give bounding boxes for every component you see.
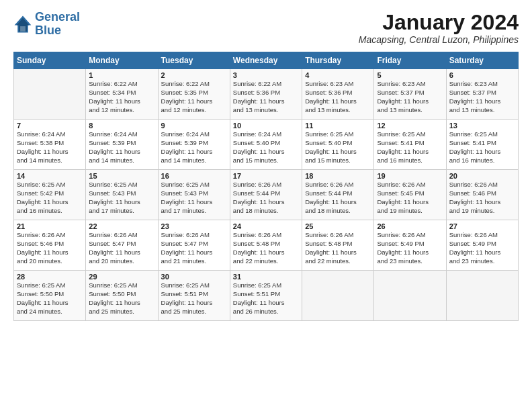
logo-line1: General [35,10,80,24]
day-number: 23 [161,222,227,230]
day-number: 14 [17,172,83,180]
calendar-week-row: 21Sunrise: 6:26 AM Sunset: 5:46 PM Dayli… [14,220,519,271]
calendar-cell: 11Sunrise: 6:25 AM Sunset: 5:40 PM Dayli… [302,120,374,170]
calendar-cell [446,271,518,321]
calendar-week-row: 14Sunrise: 6:25 AM Sunset: 5:42 PM Dayli… [14,170,519,220]
day-number: 19 [377,172,443,180]
day-info: Sunrise: 6:26 AM Sunset: 5:44 PM Dayligh… [305,181,371,215]
day-number: 21 [17,222,83,230]
calendar-cell: 13Sunrise: 6:25 AM Sunset: 5:41 PM Dayli… [446,120,518,170]
calendar-cell: 30Sunrise: 6:25 AM Sunset: 5:51 PM Dayli… [158,271,230,321]
calendar-header-friday: Friday [374,52,446,69]
calendar-week-row: 28Sunrise: 6:25 AM Sunset: 5:50 PM Dayli… [14,271,519,321]
day-number: 24 [233,222,299,230]
day-info: Sunrise: 6:25 AM Sunset: 5:42 PM Dayligh… [17,181,83,215]
calendar-cell: 28Sunrise: 6:25 AM Sunset: 5:50 PM Dayli… [14,271,86,321]
day-info: Sunrise: 6:23 AM Sunset: 5:36 PM Dayligh… [305,80,371,114]
day-info: Sunrise: 6:25 AM Sunset: 5:50 PM Dayligh… [89,281,154,316]
calendar-cell: 5Sunrise: 6:23 AM Sunset: 5:37 PM Daylig… [374,69,446,120]
day-number: 4 [305,71,371,79]
day-info: Sunrise: 6:23 AM Sunset: 5:37 PM Dayligh… [449,80,515,114]
calendar-week-row: 7Sunrise: 6:24 AM Sunset: 5:38 PM Daylig… [14,120,519,170]
day-number: 1 [89,71,154,79]
day-info: Sunrise: 6:25 AM Sunset: 5:41 PM Dayligh… [449,130,515,165]
day-number: 22 [89,222,154,230]
day-info: Sunrise: 6:25 AM Sunset: 5:43 PM Dayligh… [89,181,154,215]
day-number: 3 [233,71,299,79]
day-number: 10 [233,122,299,130]
logo-text: General Blue [35,11,80,38]
day-info: Sunrise: 6:26 AM Sunset: 5:49 PM Dayligh… [377,231,443,265]
day-number: 31 [233,273,299,281]
calendar-cell: 25Sunrise: 6:26 AM Sunset: 5:48 PM Dayli… [302,220,374,271]
calendar-cell: 15Sunrise: 6:25 AM Sunset: 5:43 PM Dayli… [86,170,158,220]
page: General Blue January 2024 Macapsing, Cen… [0,0,532,411]
day-number: 28 [17,273,83,281]
day-number: 26 [377,222,443,230]
day-info: Sunrise: 6:25 AM Sunset: 5:51 PM Dayligh… [233,281,299,316]
calendar-table: SundayMondayTuesdayWednesdayThursdayFrid… [13,52,519,321]
calendar-cell: 20Sunrise: 6:26 AM Sunset: 5:46 PM Dayli… [446,170,518,220]
calendar-header-tuesday: Tuesday [158,52,230,69]
day-number: 25 [305,222,371,230]
calendar-header-saturday: Saturday [446,52,518,69]
calendar-cell: 23Sunrise: 6:26 AM Sunset: 5:47 PM Dayli… [158,220,230,271]
calendar-cell: 4Sunrise: 6:23 AM Sunset: 5:36 PM Daylig… [302,69,374,120]
day-info: Sunrise: 6:26 AM Sunset: 5:46 PM Dayligh… [449,181,515,215]
day-number: 9 [161,122,227,130]
day-info: Sunrise: 6:26 AM Sunset: 5:47 PM Dayligh… [89,231,154,265]
calendar-cell: 29Sunrise: 6:25 AM Sunset: 5:50 PM Dayli… [86,271,158,321]
day-number: 17 [233,172,299,180]
day-number: 20 [449,172,515,180]
day-number: 8 [89,122,154,130]
calendar-cell: 9Sunrise: 6:24 AM Sunset: 5:39 PM Daylig… [158,120,230,170]
day-info: Sunrise: 6:24 AM Sunset: 5:39 PM Dayligh… [161,130,227,165]
day-number: 15 [89,172,154,180]
day-info: Sunrise: 6:22 AM Sunset: 5:35 PM Dayligh… [161,80,227,114]
day-info: Sunrise: 6:26 AM Sunset: 5:48 PM Dayligh… [233,231,299,265]
calendar-cell: 3Sunrise: 6:22 AM Sunset: 5:36 PM Daylig… [230,69,302,120]
day-info: Sunrise: 6:24 AM Sunset: 5:40 PM Dayligh… [233,130,299,165]
calendar-cell [374,271,446,321]
calendar-cell: 31Sunrise: 6:25 AM Sunset: 5:51 PM Dayli… [230,271,302,321]
calendar-header-monday: Monday [86,52,158,69]
header: General Blue January 2024 Macapsing, Cen… [13,11,519,45]
logo-line2: Blue [35,24,61,37]
calendar-week-row: 1Sunrise: 6:22 AM Sunset: 5:34 PM Daylig… [14,69,519,120]
calendar-cell: 27Sunrise: 6:26 AM Sunset: 5:49 PM Dayli… [446,220,518,271]
calendar-header-thursday: Thursday [302,52,374,69]
calendar-cell: 22Sunrise: 6:26 AM Sunset: 5:47 PM Dayli… [86,220,158,271]
day-info: Sunrise: 6:24 AM Sunset: 5:39 PM Dayligh… [89,130,154,165]
calendar-cell: 12Sunrise: 6:25 AM Sunset: 5:41 PM Dayli… [374,120,446,170]
day-info: Sunrise: 6:26 AM Sunset: 5:44 PM Dayligh… [233,181,299,215]
logo: General Blue [13,11,80,38]
day-number: 5 [377,71,443,79]
calendar-header-wednesday: Wednesday [230,52,302,69]
day-number: 30 [161,273,227,281]
calendar-cell: 2Sunrise: 6:22 AM Sunset: 5:35 PM Daylig… [158,69,230,120]
calendar-cell: 17Sunrise: 6:26 AM Sunset: 5:44 PM Dayli… [230,170,302,220]
main-title: January 2024 [359,11,519,34]
day-number: 27 [449,222,515,230]
calendar-cell: 24Sunrise: 6:26 AM Sunset: 5:48 PM Dayli… [230,220,302,271]
day-number: 16 [161,172,227,180]
calendar-cell: 7Sunrise: 6:24 AM Sunset: 5:38 PM Daylig… [14,120,86,170]
day-info: Sunrise: 6:25 AM Sunset: 5:43 PM Dayligh… [161,181,227,215]
calendar-cell: 16Sunrise: 6:25 AM Sunset: 5:43 PM Dayli… [158,170,230,220]
calendar-cell: 1Sunrise: 6:22 AM Sunset: 5:34 PM Daylig… [86,69,158,120]
day-number: 18 [305,172,371,180]
day-info: Sunrise: 6:26 AM Sunset: 5:49 PM Dayligh… [449,231,515,265]
subtitle: Macapsing, Central Luzon, Philippines [359,34,519,45]
title-block: January 2024 Macapsing, Central Luzon, P… [359,11,519,45]
day-number: 7 [17,122,83,130]
day-info: Sunrise: 6:23 AM Sunset: 5:37 PM Dayligh… [377,80,443,114]
day-number: 12 [377,122,443,130]
calendar-cell: 21Sunrise: 6:26 AM Sunset: 5:46 PM Dayli… [14,220,86,271]
day-info: Sunrise: 6:26 AM Sunset: 5:45 PM Dayligh… [377,181,443,215]
day-info: Sunrise: 6:26 AM Sunset: 5:48 PM Dayligh… [305,231,371,265]
day-number: 13 [449,122,515,130]
day-info: Sunrise: 6:24 AM Sunset: 5:38 PM Dayligh… [17,130,83,165]
day-number: 11 [305,122,371,130]
day-number: 2 [161,71,227,79]
day-info: Sunrise: 6:22 AM Sunset: 5:34 PM Dayligh… [89,80,154,114]
